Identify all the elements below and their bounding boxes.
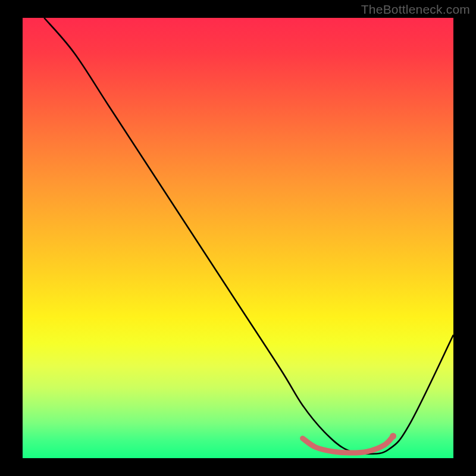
plot-area bbox=[23, 18, 453, 458]
watermark-text: TheBottleneck.com bbox=[361, 2, 470, 17]
optimal-range-marker bbox=[303, 436, 393, 453]
bottleneck-curve bbox=[44, 18, 453, 454]
optimal-range-end-dot bbox=[390, 433, 396, 440]
curve-layer bbox=[23, 18, 453, 458]
chart-frame: TheBottleneck.com bbox=[0, 0, 476, 476]
